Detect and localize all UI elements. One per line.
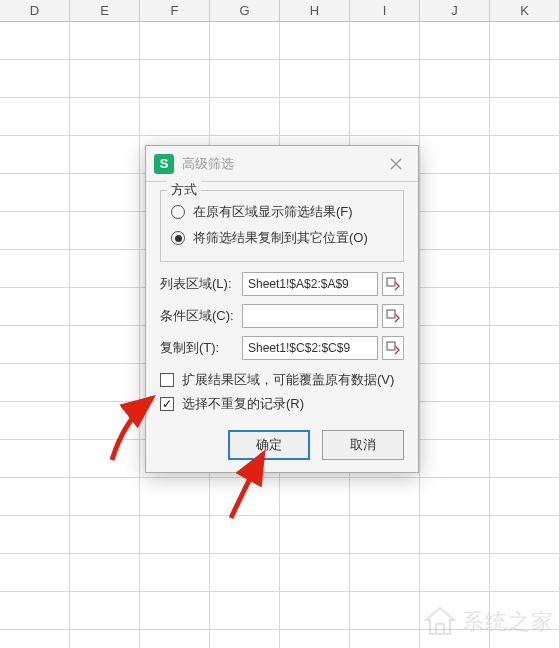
column-header[interactable]: I xyxy=(350,0,420,21)
column-header[interactable]: J xyxy=(420,0,490,21)
column-header[interactable]: G xyxy=(210,0,280,21)
column-header[interactable]: H xyxy=(280,0,350,21)
close-icon[interactable] xyxy=(382,150,410,178)
advanced-filter-dialog: S 高级筛选 方式 在原有区域显示筛选结果(F) 将筛选结果复制到其它位置(O)… xyxy=(145,145,419,473)
checkbox-icon xyxy=(160,373,174,387)
dialog-button-row: 确定 取消 xyxy=(160,430,404,460)
svg-rect-2 xyxy=(387,342,395,350)
copy-to-input[interactable]: Sheet1!$C$2:$C$9 xyxy=(242,336,378,360)
range-picker-icon[interactable] xyxy=(382,272,404,296)
watermark: 系统之家 xyxy=(422,604,554,640)
watermark-text: 系统之家 xyxy=(462,607,554,637)
radio-icon xyxy=(171,205,185,219)
radio-label: 在原有区域显示筛选结果(F) xyxy=(193,203,353,221)
list-range-label: 列表区域(L): xyxy=(160,275,242,293)
column-header[interactable]: F xyxy=(140,0,210,21)
checkbox-icon xyxy=(160,397,174,411)
app-icon: S xyxy=(154,154,174,174)
svg-rect-1 xyxy=(387,310,395,318)
range-picker-icon[interactable] xyxy=(382,336,404,360)
checkbox-extend-results[interactable]: 扩展结果区域，可能覆盖原有数据(V) xyxy=(160,368,404,392)
ok-button[interactable]: 确定 xyxy=(228,430,310,460)
fieldset-legend: 方式 xyxy=(167,181,201,199)
dialog-titlebar[interactable]: S 高级筛选 xyxy=(146,146,418,182)
copy-to-label: 复制到(T): xyxy=(160,339,242,357)
column-header[interactable]: E xyxy=(70,0,140,21)
column-header-row: D E F G H I J K xyxy=(0,0,560,22)
mode-fieldset: 方式 在原有区域显示筛选结果(F) 将筛选结果复制到其它位置(O) xyxy=(160,190,404,262)
radio-icon xyxy=(171,231,185,245)
radio-copy-to-location[interactable]: 将筛选结果复制到其它位置(O) xyxy=(171,225,393,251)
cancel-button[interactable]: 取消 xyxy=(322,430,404,460)
checkbox-unique-records[interactable]: 选择不重复的记录(R) xyxy=(160,392,404,416)
range-picker-icon[interactable] xyxy=(382,304,404,328)
copy-to-row: 复制到(T): Sheet1!$C$2:$C$9 xyxy=(160,336,404,360)
criteria-range-row: 条件区域(C): xyxy=(160,304,404,328)
radio-label: 将筛选结果复制到其它位置(O) xyxy=(193,229,368,247)
criteria-range-label: 条件区域(C): xyxy=(160,307,242,325)
list-range-row: 列表区域(L): Sheet1!$A$2:$A$9 xyxy=(160,272,404,296)
criteria-range-input[interactable] xyxy=(242,304,378,328)
column-header[interactable]: D xyxy=(0,0,70,21)
checkbox-label: 扩展结果区域，可能覆盖原有数据(V) xyxy=(182,371,394,389)
radio-filter-in-place[interactable]: 在原有区域显示筛选结果(F) xyxy=(171,199,393,225)
checkbox-label: 选择不重复的记录(R) xyxy=(182,395,304,413)
column-header[interactable]: K xyxy=(490,0,560,21)
dialog-title: 高级筛选 xyxy=(182,155,382,173)
svg-rect-0 xyxy=(387,278,395,286)
list-range-input[interactable]: Sheet1!$A$2:$A$9 xyxy=(242,272,378,296)
